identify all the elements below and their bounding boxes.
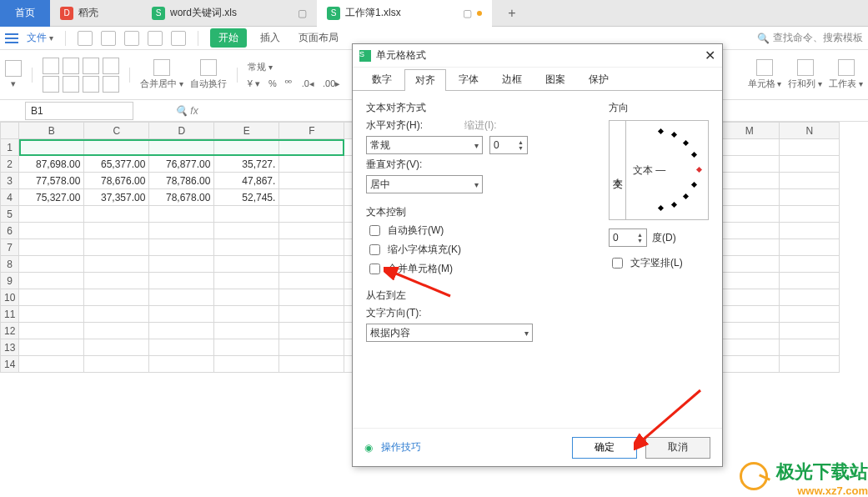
row-header[interactable]: 3 bbox=[1, 173, 19, 189]
toolbar-icon[interactable] bbox=[78, 31, 93, 46]
tab-protect[interactable]: 保护 bbox=[578, 68, 620, 90]
tab-number[interactable]: 数字 bbox=[361, 68, 403, 90]
close-icon[interactable]: ✕ bbox=[705, 48, 715, 63]
col-header[interactable]: F bbox=[279, 123, 344, 139]
name-box[interactable]: B1 bbox=[25, 102, 133, 120]
indent-label: 缩进(I): bbox=[464, 118, 497, 133]
cell[interactable]: 37,357.00 bbox=[84, 189, 149, 206]
dialog-tabs: 数字 对齐 字体 边框 图案 保护 bbox=[353, 68, 722, 91]
docer-icon: D bbox=[60, 7, 73, 20]
degree-spin[interactable]: 0▲▼ bbox=[609, 228, 647, 247]
cell[interactable]: 78,676.00 bbox=[84, 173, 149, 189]
halign-select[interactable]: 常规 bbox=[366, 136, 483, 154]
row-header[interactable]: 4 bbox=[1, 189, 19, 206]
cell-group[interactable]: 单元格 bbox=[748, 59, 782, 90]
search-icon: 🔍 bbox=[757, 33, 770, 44]
merge-checkbox[interactable]: 合并单元格(M) bbox=[366, 261, 583, 277]
number-format[interactable]: 常规 ¥ ▾%ºº .0◂.00▸ bbox=[248, 61, 341, 89]
tab-font[interactable]: 字体 bbox=[448, 68, 489, 90]
col-header[interactable]: E bbox=[214, 123, 279, 139]
col-header[interactable]: N bbox=[780, 123, 840, 139]
command-search[interactable]: 🔍 查找命令、搜索模板 bbox=[757, 31, 863, 45]
cell-format-dialog: S 单元格格式 ✕ 数字 对齐 字体 边框 图案 保护 文本对齐方式 水平对齐(… bbox=[352, 43, 723, 467]
cell[interactable]: 78,678.00 bbox=[149, 189, 214, 206]
align-group[interactable] bbox=[43, 58, 119, 93]
orient-vertical-label: 文本 bbox=[610, 121, 626, 219]
cancel-button[interactable]: 取消 bbox=[645, 437, 710, 459]
close-icon[interactable]: ▢ bbox=[298, 8, 307, 19]
tab-pattern[interactable]: 图案 bbox=[534, 68, 576, 90]
dialog-title: 单元格格式 bbox=[376, 48, 426, 63]
app-icon: S bbox=[359, 50, 371, 62]
orient-center-label: 文本 — bbox=[633, 163, 665, 178]
menu-start[interactable]: 开始 bbox=[210, 28, 247, 48]
tab-xls1[interactable]: S word关键词.xls ▢ bbox=[142, 0, 317, 27]
tab-alignment[interactable]: 对齐 bbox=[404, 69, 446, 91]
restore-icon[interactable]: ▢ bbox=[463, 8, 472, 19]
toolbar-icon[interactable] bbox=[171, 31, 186, 46]
menu-file[interactable]: 文件 bbox=[27, 31, 53, 45]
col-header[interactable]: C bbox=[84, 123, 149, 139]
dialog-titlebar[interactable]: S 单元格格式 ✕ bbox=[353, 44, 722, 68]
tips-icon: ◉ bbox=[364, 442, 373, 454]
col-header[interactable]: M bbox=[720, 123, 780, 139]
tab-border[interactable]: 边框 bbox=[491, 68, 533, 90]
rtl-group-label: 从右到左 bbox=[366, 289, 583, 303]
menu-insert[interactable]: 插入 bbox=[255, 31, 285, 45]
cell[interactable]: 77,578.00 bbox=[19, 173, 84, 189]
valign-label: 垂直对齐(V): bbox=[366, 158, 422, 172]
ok-button[interactable]: 确定 bbox=[572, 437, 637, 459]
row-header[interactable]: 1 bbox=[1, 139, 19, 156]
wrap-checkbox[interactable]: 自动换行(W) bbox=[366, 223, 583, 238]
fx-icon[interactable]: 🔍 fx bbox=[175, 105, 198, 117]
orientation-control[interactable]: 文本 文本 — bbox=[609, 120, 709, 220]
valign-select[interactable]: 居中 bbox=[366, 175, 483, 193]
unsaved-dot-icon bbox=[477, 11, 482, 16]
vertical-text-checkbox[interactable]: 文字竖排(L) bbox=[609, 255, 709, 271]
direction-group-label: 方向 bbox=[609, 101, 709, 115]
corner-cell[interactable] bbox=[1, 123, 19, 139]
ctrl-group-label: 文本控制 bbox=[366, 205, 583, 219]
toolbar-icon[interactable] bbox=[101, 31, 116, 46]
wrap-text[interactable]: 自动换行 bbox=[190, 59, 227, 90]
toolbar-icon[interactable] bbox=[148, 31, 163, 46]
hamburger-icon[interactable] bbox=[5, 33, 18, 43]
cell[interactable]: 52,745. bbox=[214, 189, 279, 206]
col-header[interactable]: D bbox=[149, 123, 214, 139]
tab-add[interactable]: + bbox=[492, 0, 532, 27]
cell[interactable]: 76,877.00 bbox=[149, 156, 214, 173]
shrink-checkbox[interactable]: 缩小字体填充(K) bbox=[366, 242, 583, 258]
degree-label: 度(D) bbox=[652, 231, 676, 245]
xlsx-icon: S bbox=[327, 7, 340, 20]
cell[interactable]: 75,327.00 bbox=[19, 189, 84, 206]
document-tabbar: 首页 D 稻壳 S word关键词.xls ▢ S 工作簿1.xlsx ▢ + bbox=[0, 0, 868, 27]
paste-group[interactable]: ▾ bbox=[5, 60, 22, 89]
align-group-label: 文本对齐方式 bbox=[366, 101, 583, 115]
col-header[interactable]: B bbox=[19, 123, 84, 139]
halign-label: 水平对齐(H): bbox=[366, 118, 458, 133]
cell[interactable]: 65,377.00 bbox=[84, 156, 149, 173]
tips-link[interactable]: 操作技巧 bbox=[381, 440, 421, 454]
cell[interactable]: 47,867. bbox=[214, 173, 279, 189]
merge-center[interactable]: 合并居中 bbox=[140, 59, 183, 90]
cell[interactable]: 87,698.00 bbox=[19, 156, 84, 173]
tab-home[interactable]: 首页 bbox=[0, 0, 50, 27]
row-header[interactable]: 2 bbox=[1, 156, 19, 173]
rowcol-group[interactable]: 行和列 bbox=[788, 59, 822, 90]
cell[interactable]: 35,727. bbox=[214, 156, 279, 173]
cell[interactable]: 78,786.00 bbox=[149, 173, 214, 189]
indent-spin[interactable]: 0▲▼ bbox=[489, 136, 528, 154]
xls-icon: S bbox=[152, 7, 165, 20]
menu-layout[interactable]: 页面布局 bbox=[294, 31, 344, 45]
tab-docer[interactable]: D 稻壳 bbox=[50, 0, 142, 27]
textdir-select[interactable]: 根据内容 bbox=[366, 324, 533, 342]
tab-xlsx-active[interactable]: S 工作簿1.xlsx ▢ bbox=[317, 0, 492, 27]
textdir-label: 文字方向(T): bbox=[366, 306, 583, 320]
sheet-group[interactable]: 工作表 bbox=[829, 59, 863, 90]
toolbar-icon[interactable] bbox=[124, 31, 139, 46]
